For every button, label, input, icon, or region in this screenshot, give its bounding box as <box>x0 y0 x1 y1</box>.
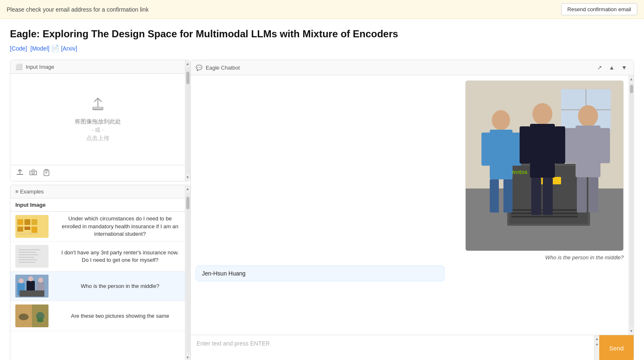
svg-rect-11 <box>32 227 37 233</box>
chatbot-header-title: Eagle Chatbot <box>206 65 240 71</box>
example-question-4: Are these two pictures showing the same <box>60 312 180 320</box>
svg-rect-5 <box>15 215 49 238</box>
examples-scroll-track <box>186 193 190 354</box>
examples-title: ≡ Examples <box>15 188 44 195</box>
textarea-scroll-up[interactable]: ▲ <box>595 336 599 342</box>
upload-icon <box>90 97 105 115</box>
chat-scroll-thumb <box>630 85 633 93</box>
examples-scroll-thumb <box>186 197 190 209</box>
example-thumbnail-4 <box>15 304 49 327</box>
chat-input-area: ▲ ▼ Send <box>191 335 634 360</box>
svg-point-25 <box>28 276 33 281</box>
scroll-up-arrow[interactable]: ▲ <box>186 61 190 67</box>
resend-confirmation-button[interactable]: Resend confirmation email <box>561 3 637 15</box>
upload-toolbar-clipboard-icon[interactable] <box>43 169 50 178</box>
svg-rect-56 <box>543 178 553 215</box>
svg-rect-55 <box>531 178 541 215</box>
svg-rect-7 <box>24 219 30 225</box>
chat-image: NVIDIA <box>466 81 623 251</box>
chat-panel: 💬 Eagle Chatbot ↗ ▲ ▼ <box>190 60 634 360</box>
textarea-scroll-down[interactable]: ▼ <box>595 342 599 348</box>
svg-rect-50 <box>503 179 513 213</box>
svg-rect-10 <box>24 227 30 230</box>
example-row[interactable]: Are these two pictures showing the same <box>10 301 185 331</box>
example-thumbnail-3 <box>15 275 49 297</box>
svg-rect-9 <box>17 227 23 232</box>
expand-button[interactable]: ▲ <box>607 63 616 72</box>
svg-rect-61 <box>577 177 587 213</box>
examples-scroll-down[interactable]: ▼ <box>186 355 190 360</box>
banner-text: Please check your email address for a co… <box>7 6 148 13</box>
chat-input[interactable] <box>191 335 594 360</box>
input-panel-header: ⬜ Input Image <box>10 60 185 74</box>
examples-scrollbar: ▲ ▼ <box>185 185 190 360</box>
chat-scroll-up[interactable]: ▲ <box>629 76 633 82</box>
svg-point-23 <box>19 278 24 283</box>
svg-rect-57 <box>520 126 530 164</box>
arxiv-link[interactable]: [Arxiv] <box>61 45 77 52</box>
input-panel-body: ⬜ Input Image 将图像拖放到此处 - <box>10 60 185 181</box>
chat-answer: Jen-Hsun Huang <box>196 266 445 281</box>
svg-rect-3 <box>45 172 48 172</box>
svg-rect-64 <box>599 128 610 163</box>
chat-scroll-area: NVIDIA <box>191 75 629 335</box>
textarea-scrollbar: ▲ ▼ <box>594 335 599 360</box>
upload-toolbar-upload-icon[interactable] <box>16 169 24 178</box>
page-title: Eagle: Exploring The Design Space for Mu… <box>10 27 634 40</box>
example-row[interactable]: I don't have any 3rd party renter's insu… <box>10 242 185 271</box>
svg-point-31 <box>19 314 29 320</box>
chatbot-header: 💬 Eagle Chatbot ↗ ▲ ▼ <box>191 60 634 75</box>
example-row[interactable]: Under which circumstances do I need to b… <box>10 212 185 242</box>
example-thumbnail-1 <box>15 215 49 238</box>
svg-rect-62 <box>588 177 598 213</box>
svg-rect-54 <box>530 124 555 178</box>
upload-click-text: 点击上传 <box>86 135 109 142</box>
upload-main-text: 将图像拖放到此处 <box>75 118 121 126</box>
model-link[interactable]: [Model] <box>30 45 49 52</box>
chat-image-container: NVIDIA <box>465 80 624 251</box>
example-question-1: Under which circumstances do I need to b… <box>60 215 180 238</box>
chat-body: NVIDIA <box>191 75 634 335</box>
send-button[interactable]: Send <box>599 335 634 360</box>
examples-header[interactable]: ≡ Examples <box>10 185 185 198</box>
example-question-2: I don't have any 3rd party renter's insu… <box>60 249 180 264</box>
scroll-thumb <box>186 72 190 84</box>
upload-toolbar-camera-icon[interactable] <box>29 169 37 178</box>
example-row[interactable]: Who is the person in the middle? <box>10 271 185 301</box>
chat-input-wrap <box>191 335 594 360</box>
code-link[interactable]: [Code] <box>10 45 27 52</box>
collapse-button[interactable]: ▼ <box>620 63 629 72</box>
input-panel-scrollbar: ▲ ▼ <box>185 60 190 181</box>
examples-col-question <box>57 202 180 208</box>
upload-or-text: - 或 - <box>92 126 104 134</box>
svg-rect-60 <box>576 126 600 177</box>
svg-rect-46 <box>511 216 578 217</box>
svg-point-33 <box>37 318 44 322</box>
email-banner: Please check your email address for a co… <box>0 0 644 19</box>
share-button[interactable]: ↗ <box>595 63 604 72</box>
upload-area[interactable]: 将图像拖放到此处 - 或 - 点击上传 <box>10 74 185 165</box>
input-panel-icon: ⬜ <box>15 63 22 70</box>
example-question-3: Who is the person in the middle? <box>60 283 180 290</box>
examples-scroll-up[interactable]: ▲ <box>186 186 190 192</box>
svg-point-47 <box>492 110 510 130</box>
svg-rect-58 <box>554 126 565 164</box>
scroll-track <box>186 68 190 174</box>
chat-image-caption: Who is the person in the middle? <box>545 254 624 261</box>
chat-right-scrollbar: ▲ ▼ <box>629 75 634 335</box>
examples-panel-body: ≡ Examples Input Image <box>10 185 185 360</box>
svg-text:NVIDIA: NVIDIA <box>512 170 527 175</box>
chatbot-header-icon: 💬 <box>196 65 202 71</box>
links-row: [Code] [Model] 📄 [Arxiv] <box>10 44 634 52</box>
svg-rect-51 <box>481 133 491 166</box>
main-container: Eagle: Exploring The Design Space for Mu… <box>0 19 644 360</box>
main-columns: ⬜ Input Image 将图像拖放到此处 - <box>10 60 634 360</box>
examples-col-image: Input Image <box>15 202 57 208</box>
svg-point-27 <box>38 278 43 283</box>
input-panel-title: Input Image <box>26 64 54 70</box>
scroll-down-arrow[interactable]: ▼ <box>186 174 190 180</box>
svg-rect-48 <box>490 130 513 179</box>
chat-scroll-down[interactable]: ▼ <box>629 328 633 334</box>
svg-rect-4 <box>45 173 47 174</box>
svg-point-53 <box>532 103 552 125</box>
